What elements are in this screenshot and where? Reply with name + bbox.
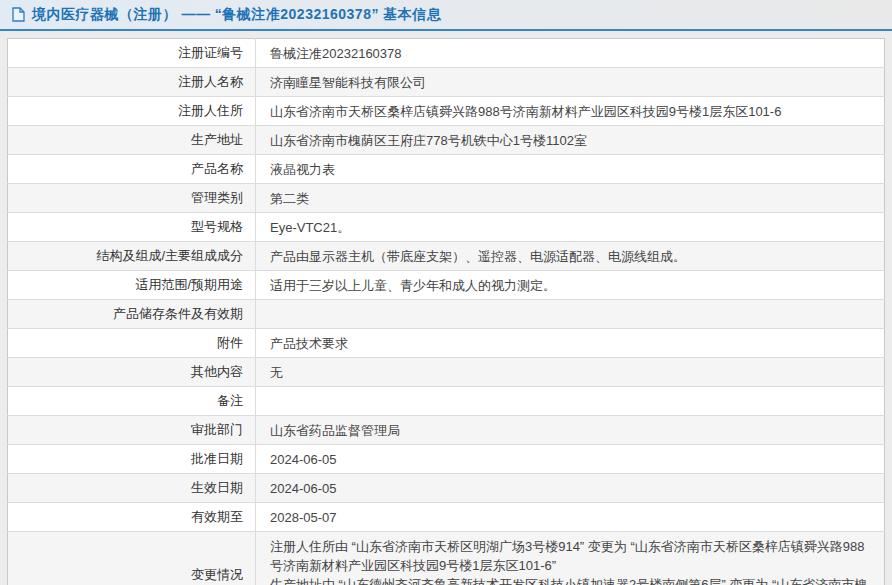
- row-value: 2024-06-05: [256, 445, 885, 474]
- row-value: 产品技术要求: [256, 329, 885, 358]
- row-label-text: 适用范围/预期用途: [135, 277, 243, 292]
- row-label-text: 注册人住所: [178, 103, 243, 118]
- row-label: 审批部门: [8, 416, 256, 445]
- table-row: 注册证编号鲁械注准20232160378: [8, 39, 885, 68]
- row-label: 管理类别: [8, 184, 256, 213]
- row-label-text: 生效日期: [191, 480, 243, 495]
- row-value-text: 液晶视力表: [270, 162, 335, 177]
- row-value-text: 山东省药品监督管理局: [270, 423, 400, 438]
- row-label: 产品名称: [8, 155, 256, 184]
- registration-info-table: 注册证编号鲁械注准20232160378注册人名称济南瞳星智能科技有限公司注册人…: [7, 38, 885, 585]
- row-value-text: 2024-06-05: [270, 452, 337, 467]
- row-value: 注册人住所由 “山东省济南市天桥区明湖广场3号楼914” 变更为 “山东省济南市…: [256, 532, 885, 585]
- row-value-text: 适用于三岁以上儿童、青少年和成人的视力测定。: [270, 278, 556, 293]
- row-label: 生产地址: [8, 126, 256, 155]
- table-row: 审批部门山东省药品监督管理局: [8, 416, 885, 445]
- row-value: 适用于三岁以上儿童、青少年和成人的视力测定。: [256, 271, 885, 300]
- change-history-line: 注册人住所由 “山东省济南市天桥区明湖广场3号楼914” 变更为 “山东省济南市…: [270, 537, 874, 575]
- row-value: 山东省济南市槐荫区王府庄778号机铁中心1号楼1102室: [256, 126, 885, 155]
- row-value: 2028-05-07: [256, 503, 885, 532]
- row-label: 其他内容: [8, 358, 256, 387]
- table-row: 附件产品技术要求: [8, 329, 885, 358]
- row-label-text: 备注: [217, 393, 243, 408]
- row-value: 液晶视力表: [256, 155, 885, 184]
- row-value: 产品由显示器主机（带底座支架）、遥控器、电源适配器、电源线组成。: [256, 242, 885, 271]
- row-label: 型号规格: [8, 213, 256, 242]
- change-history-line: 生产地址由 “山东德州齐河齐鲁高新技术开发区科技小镇加速器2号楼南侧第6层” 变…: [270, 575, 874, 585]
- row-value: [256, 300, 885, 329]
- page-title: 境内医疗器械（注册） —— “鲁械注准20232160378” 基本信息: [32, 6, 441, 24]
- table-row: 其他内容无: [8, 358, 885, 387]
- table-row: 结构及组成/主要组成成分产品由显示器主机（带底座支架）、遥控器、电源适配器、电源…: [8, 242, 885, 271]
- row-label-text: 产品储存条件及有效期: [113, 306, 243, 321]
- row-label: 变更情况: [8, 532, 256, 585]
- table-row: 变更情况注册人住所由 “山东省济南市天桥区明湖广场3号楼914” 变更为 “山东…: [8, 532, 885, 585]
- row-label: 注册人住所: [8, 97, 256, 126]
- row-value: [256, 387, 885, 416]
- table-row: 注册人名称济南瞳星智能科技有限公司: [8, 68, 885, 97]
- table-row: 生效日期2024-06-05: [8, 474, 885, 503]
- row-value-text: 无: [270, 365, 283, 380]
- table-row: 管理类别第二类: [8, 184, 885, 213]
- row-value: 山东省济南市天桥区桑梓店镇舜兴路988号济南新材料产业园区科技园9号楼1层东区1…: [256, 97, 885, 126]
- table-row: 生产地址山东省济南市槐荫区王府庄778号机铁中心1号楼1102室: [8, 126, 885, 155]
- row-value-text: 产品由显示器主机（带底座支架）、遥控器、电源适配器、电源线组成。: [270, 249, 686, 264]
- row-label-text: 结构及组成/主要组成成分: [96, 248, 243, 263]
- table-row: 注册人住所山东省济南市天桥区桑梓店镇舜兴路988号济南新材料产业园区科技园9号楼…: [8, 97, 885, 126]
- row-label: 生效日期: [8, 474, 256, 503]
- row-label-text: 生产地址: [191, 132, 243, 147]
- row-value: 第二类: [256, 184, 885, 213]
- row-label-text: 其他内容: [191, 364, 243, 379]
- row-value: 无: [256, 358, 885, 387]
- row-value-text: 第二类: [270, 191, 309, 206]
- row-label-text: 型号规格: [191, 219, 243, 234]
- row-label: 适用范围/预期用途: [8, 271, 256, 300]
- table-row: 型号规格Eye-VTC21。: [8, 213, 885, 242]
- table-row: 批准日期2024-06-05: [8, 445, 885, 474]
- row-label-text: 注册人名称: [178, 74, 243, 89]
- registration-info-panel: 注册证编号鲁械注准20232160378注册人名称济南瞳星智能科技有限公司注册人…: [0, 31, 892, 585]
- row-label-text: 管理类别: [191, 190, 243, 205]
- page-header: 境内医疗器械（注册） —— “鲁械注准20232160378” 基本信息: [0, 0, 892, 31]
- table-row: 产品名称液晶视力表: [8, 155, 885, 184]
- row-label: 批准日期: [8, 445, 256, 474]
- row-value-text: 2028-05-07: [270, 510, 337, 525]
- table-row: 适用范围/预期用途适用于三岁以上儿童、青少年和成人的视力测定。: [8, 271, 885, 300]
- row-label-text: 批准日期: [191, 451, 243, 466]
- row-value: Eye-VTC21。: [256, 213, 885, 242]
- row-label: 注册证编号: [8, 39, 256, 68]
- row-label: 结构及组成/主要组成成分: [8, 242, 256, 271]
- row-value: 山东省药品监督管理局: [256, 416, 885, 445]
- row-value-text: 鲁械注准20232160378: [270, 46, 402, 61]
- document-icon: [12, 7, 25, 22]
- row-label: 注册人名称: [8, 68, 256, 97]
- row-value-text: 产品技术要求: [270, 336, 348, 351]
- row-value: 济南瞳星智能科技有限公司: [256, 68, 885, 97]
- row-value: 2024-06-05: [256, 474, 885, 503]
- row-label: 产品储存条件及有效期: [8, 300, 256, 329]
- change-history: 注册人住所由 “山东省济南市天桥区明湖广场3号楼914” 变更为 “山东省济南市…: [270, 537, 874, 585]
- row-value-text: Eye-VTC21。: [270, 220, 350, 235]
- row-label-text: 变更情况: [191, 567, 243, 582]
- row-value-text: 山东省济南市槐荫区王府庄778号机铁中心1号楼1102室: [270, 133, 587, 148]
- row-label-text: 产品名称: [191, 161, 243, 176]
- row-label-text: 注册证编号: [178, 45, 243, 60]
- row-value-text: 山东省济南市天桥区桑梓店镇舜兴路988号济南新材料产业园区科技园9号楼1层东区1…: [270, 104, 781, 119]
- row-label-text: 有效期至: [191, 509, 243, 524]
- row-label: 有效期至: [8, 503, 256, 532]
- row-label-text: 审批部门: [191, 422, 243, 437]
- table-row: 备注: [8, 387, 885, 416]
- row-value-text: 2024-06-05: [270, 481, 337, 496]
- row-label: 附件: [8, 329, 256, 358]
- row-value: 鲁械注准20232160378: [256, 39, 885, 68]
- row-label: 备注: [8, 387, 256, 416]
- row-label-text: 附件: [217, 335, 243, 350]
- table-row: 有效期至2028-05-07: [8, 503, 885, 532]
- row-value-text: 济南瞳星智能科技有限公司: [270, 75, 426, 90]
- table-row: 产品储存条件及有效期: [8, 300, 885, 329]
